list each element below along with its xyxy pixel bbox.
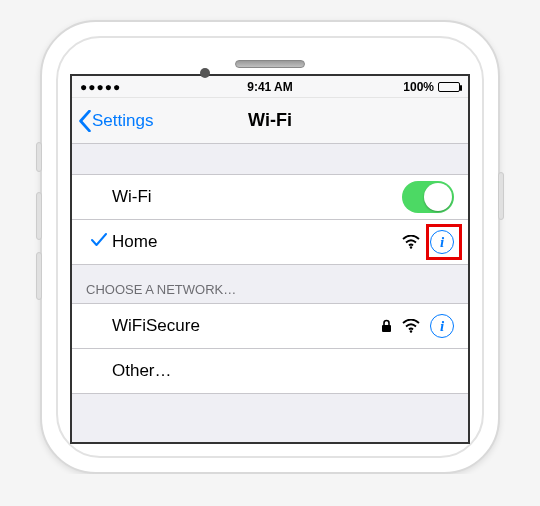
network-row[interactable]: WiFiSecure i: [72, 303, 468, 349]
signal-dots-icon: ●●●●●: [80, 80, 121, 94]
nav-bar: Settings Wi-Fi: [72, 98, 468, 144]
network-name: WiFiSecure: [112, 316, 381, 336]
lock-icon: [381, 319, 392, 333]
status-bar: ●●●●● 9:41 AM 100%: [72, 76, 468, 98]
info-button[interactable]: i: [430, 314, 454, 338]
section-header: CHOOSE A NETWORK…: [72, 264, 468, 303]
svg-point-2: [410, 330, 412, 332]
wifi-toggle[interactable]: [402, 181, 454, 213]
wifi-toggle-label: Wi-Fi: [112, 187, 402, 207]
wifi-signal-icon: [402, 235, 420, 249]
wifi-toggle-row: Wi-Fi: [72, 174, 468, 220]
screen: ●●●●● 9:41 AM 100% Settings Wi-Fi Wi-Fi: [70, 74, 470, 444]
battery-percent: 100%: [403, 80, 434, 94]
chevron-left-icon: [78, 110, 92, 132]
back-button[interactable]: Settings: [78, 110, 153, 132]
other-network-row[interactable]: Other…: [72, 348, 468, 394]
checkmark-icon: [91, 232, 107, 252]
svg-point-0: [410, 246, 412, 248]
connected-network-name: Home: [112, 232, 402, 252]
connected-network-row[interactable]: Home i: [72, 219, 468, 265]
wifi-signal-icon: [402, 319, 420, 333]
battery-icon: [438, 82, 460, 92]
info-button[interactable]: i: [430, 230, 454, 254]
svg-rect-1: [382, 325, 391, 332]
status-time: 9:41 AM: [247, 80, 293, 94]
other-label: Other…: [112, 361, 454, 381]
back-label: Settings: [92, 111, 153, 131]
battery-indicator: 100%: [403, 80, 460, 94]
page-title: Wi-Fi: [248, 110, 292, 131]
